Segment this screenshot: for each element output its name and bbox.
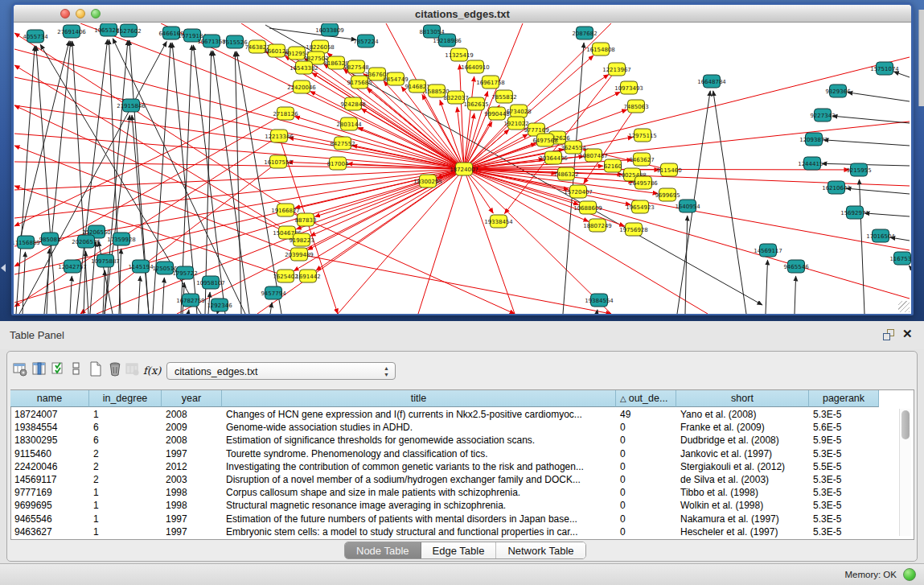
graph-node[interactable]: 19384554: [585, 294, 614, 307]
graph-node[interactable]: 12975115: [628, 129, 657, 142]
close-panel-icon[interactable]: ✕: [902, 327, 913, 341]
graph-node[interactable]: 11156889: [14, 236, 40, 249]
float-panel-icon[interactable]: [883, 329, 896, 341]
graph-node[interactable]: 9115460: [656, 163, 681, 176]
column-header-3[interactable]: title: [222, 390, 616, 407]
panel-collapse-icon[interactable]: [1, 264, 6, 272]
graph-node[interactable]: 9329366: [825, 84, 851, 97]
graph-node-label: 17359928: [107, 237, 136, 243]
table-header-row: namein_degreeyeartitle△out_de...shortpag…: [10, 390, 879, 407]
create-column-button[interactable]: [87, 361, 105, 381]
graph-node[interactable]: 10975887: [91, 254, 120, 267]
tab-node-table[interactable]: Node Table: [345, 542, 421, 558]
graph-node[interactable]: 19338454: [484, 215, 513, 228]
graph-node-label: 887833: [295, 217, 317, 224]
column-header-0[interactable]: name: [10, 390, 89, 407]
graph-node[interactable]: 1167534: [889, 252, 911, 265]
table-row[interactable]: 911546021997Tourette syndrome. Phenomeno…: [10, 447, 895, 460]
graph-node[interactable]: 15751074: [870, 62, 899, 75]
table-type-tabs: Node TableEdge TableNetwork Table: [344, 542, 586, 559]
graph-node[interactable]: 16782759: [176, 294, 205, 307]
graph-node[interactable]: 7857224: [353, 35, 379, 47]
table-row[interactable]: 1938455462009Genome-wide association stu…: [10, 421, 895, 434]
table-row[interactable]: 946362711997Embryonic stem cells: a mode…: [10, 525, 895, 538]
graph-node[interactable]: 9227343: [810, 109, 835, 122]
graph-node[interactable]: 12444154: [798, 157, 827, 170]
tab-edge-table[interactable]: Edge Table: [421, 542, 497, 558]
column-header-4[interactable]: △out_de...: [616, 390, 676, 407]
window-resize-grip[interactable]: [898, 301, 910, 312]
graph-node-label: 16782759: [176, 298, 205, 304]
graph-node[interactable]: 9699695: [655, 188, 680, 201]
graph-node[interactable]: 12213967: [602, 63, 631, 76]
graph-node-label: 14569117: [754, 248, 782, 254]
graph-node[interactable]: 887833: [295, 213, 317, 226]
graph-node[interactable]: 817004: [327, 157, 349, 170]
graph-edge: [795, 276, 796, 314]
column-header-1[interactable]: in_degree: [89, 390, 162, 407]
graph-node-label: 12093872: [799, 137, 828, 143]
graph-node-label: 12213346: [265, 134, 294, 140]
table-row[interactable]: 1830029562008Estimation of significance …: [10, 434, 895, 447]
graph-node[interactable]: 19756928: [619, 223, 648, 236]
graph-node[interactable]: 11325419: [445, 48, 474, 61]
graph-node[interactable]: 7485063: [623, 100, 648, 113]
graph-node[interactable]: 985081: [39, 233, 61, 245]
graph-node[interactable]: 9463627: [629, 153, 654, 166]
graph-node[interactable]: 1145194: [128, 260, 154, 273]
column-header-5[interactable]: short: [676, 390, 809, 407]
table-scrollbar-thumb[interactable]: [901, 410, 910, 439]
graph-edge: [14, 77, 464, 169]
graph-node[interactable]: 20399489: [285, 248, 314, 261]
graph-node[interactable]: 19654923: [626, 200, 655, 213]
graph-node-label: 25206550: [82, 229, 111, 236]
graph-node[interactable]: 7515526: [222, 35, 248, 48]
graph-node[interactable]: 16648784: [697, 75, 726, 88]
table-cell: Changes of HCN gene expression and I(f) …: [222, 408, 616, 421]
table-row[interactable]: 2242004622012Investigating the contribut…: [10, 460, 895, 473]
graph-node[interactable]: 1691442: [295, 270, 320, 282]
table-cell: 0: [616, 473, 676, 486]
graph-node[interactable]: 1640954: [675, 200, 700, 212]
graph-node[interactable]: 16154808: [586, 43, 615, 56]
graph-node[interactable]: 62160: [604, 159, 622, 172]
graph-node[interactable]: 15692971: [840, 206, 869, 219]
network-canvas[interactable]: 1872400774638228660128891295418226058982…: [14, 23, 911, 314]
graph-node[interactable]: 2087682: [572, 27, 597, 39]
graph-node[interactable]: 16033809: [315, 23, 344, 36]
table-row[interactable]: 1456911722003Disruption of a novel membe…: [10, 473, 895, 486]
graph-node[interactable]: 1292346: [207, 299, 232, 311]
column-header-6[interactable]: pagerank: [809, 390, 879, 407]
graph-node[interactable]: 7625402: [273, 270, 298, 282]
table-cell: 5.3E-5: [809, 473, 879, 486]
table-selector-dropdown[interactable]: citations_edges.txt ▲▼: [166, 362, 396, 380]
table-row[interactable]: 977716911998Corpus callosum shape and si…: [10, 486, 895, 499]
graph-node[interactable]: 9465546: [783, 260, 809, 273]
graph-node[interactable]: 16640910: [461, 60, 490, 73]
row-height-button[interactable]: [68, 361, 85, 381]
tab-network-table[interactable]: Network Table: [496, 542, 585, 558]
graph-node[interactable]: 12213346: [265, 130, 294, 142]
table-cell: 1998: [162, 499, 222, 512]
graph-node[interactable]: 9457794: [261, 286, 286, 299]
graph-edge: [162, 278, 164, 314]
table-scrollbar[interactable]: [899, 409, 911, 536]
table-mode-button[interactable]: [11, 361, 29, 381]
table-row[interactable]: 969969511998Structural magnetic resonanc…: [10, 499, 895, 512]
table-row[interactable]: 946554611997Estimation of the future num…: [10, 513, 895, 525]
table-cell: 6: [89, 434, 162, 447]
window-titlebar[interactable]: citations_edges.txt: [14, 5, 911, 23]
table-row[interactable]: 1872400712008Changes of HCN gene express…: [10, 408, 895, 421]
graph-edge: [70, 276, 72, 314]
graph-node[interactable]: 1527602: [116, 24, 141, 37]
graph-node[interactable]: 9215955: [846, 163, 871, 176]
column-selection-button[interactable]: [50, 361, 68, 381]
graph-node[interactable]: 27691406: [57, 25, 86, 38]
graph-node[interactable]: 12093872: [799, 133, 828, 146]
column-header-2[interactable]: year: [162, 390, 222, 407]
delete-column-button[interactable]: [106, 361, 124, 381]
show-column-button[interactable]: [31, 361, 48, 381]
graph-node[interactable]: 17016504: [866, 229, 895, 242]
table-cell: 1997: [162, 525, 222, 538]
function-builder-button[interactable]: f(x): [143, 361, 161, 381]
